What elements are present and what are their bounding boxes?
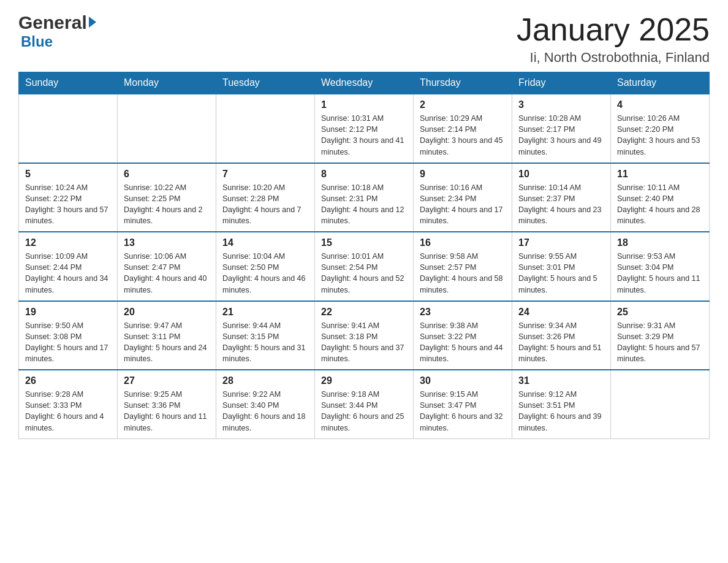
day-number: 2 xyxy=(420,99,506,110)
day-cell-11: 11Sunrise: 10:11 AM Sunset: 2:40 PM Dayl… xyxy=(611,163,710,232)
empty-cell xyxy=(611,370,710,439)
day-cell-31: 31Sunrise: 9:12 AM Sunset: 3:51 PM Dayli… xyxy=(512,370,611,439)
day-info: Sunrise: 10:26 AM Sunset: 2:20 PM Daylig… xyxy=(617,113,703,158)
weekday-header-friday: Friday xyxy=(512,72,611,94)
empty-cell xyxy=(118,94,216,163)
weekday-header-thursday: Thursday xyxy=(414,72,512,94)
day-number: 4 xyxy=(617,99,703,110)
logo-arrow-icon xyxy=(89,17,96,28)
empty-cell xyxy=(216,94,315,163)
day-info: Sunrise: 10:28 AM Sunset: 2:17 PM Daylig… xyxy=(518,113,604,158)
day-cell-17: 17Sunrise: 9:55 AM Sunset: 3:01 PM Dayli… xyxy=(512,232,611,301)
day-number: 1 xyxy=(321,99,407,110)
day-cell-25: 25Sunrise: 9:31 AM Sunset: 3:29 PM Dayli… xyxy=(611,301,710,370)
day-number: 10 xyxy=(518,169,604,180)
day-number: 18 xyxy=(617,237,703,248)
day-cell-27: 27Sunrise: 9:25 AM Sunset: 3:36 PM Dayli… xyxy=(118,370,216,439)
location-title: Ii, North Ostrobothnia, Finland xyxy=(517,50,710,66)
day-info: Sunrise: 10:01 AM Sunset: 2:54 PM Daylig… xyxy=(321,251,407,296)
day-info: Sunrise: 10:14 AM Sunset: 2:37 PM Daylig… xyxy=(518,182,604,227)
day-number: 19 xyxy=(25,307,111,318)
day-number: 29 xyxy=(321,375,407,386)
day-number: 31 xyxy=(518,375,604,386)
day-cell-23: 23Sunrise: 9:38 AM Sunset: 3:22 PM Dayli… xyxy=(414,301,512,370)
day-cell-1: 1Sunrise: 10:31 AM Sunset: 2:12 PM Dayli… xyxy=(315,94,414,163)
weekday-header-wednesday: Wednesday xyxy=(315,72,414,94)
day-number: 12 xyxy=(25,237,111,248)
day-cell-30: 30Sunrise: 9:15 AM Sunset: 3:47 PM Dayli… xyxy=(414,370,512,439)
day-cell-16: 16Sunrise: 9:58 AM Sunset: 2:57 PM Dayli… xyxy=(414,232,512,301)
day-number: 3 xyxy=(518,99,604,110)
day-cell-14: 14Sunrise: 10:04 AM Sunset: 2:50 PM Dayl… xyxy=(216,232,315,301)
page-header: General Blue January 2025 Ii, North Ostr… xyxy=(18,12,710,66)
empty-cell xyxy=(19,94,118,163)
day-number: 28 xyxy=(222,375,308,386)
day-number: 5 xyxy=(25,169,111,180)
day-info: Sunrise: 9:22 AM Sunset: 3:40 PM Dayligh… xyxy=(222,389,308,434)
day-info: Sunrise: 9:44 AM Sunset: 3:15 PM Dayligh… xyxy=(222,320,308,365)
logo: General Blue xyxy=(18,12,96,50)
day-cell-6: 6Sunrise: 10:22 AM Sunset: 2:25 PM Dayli… xyxy=(118,163,216,232)
day-number: 30 xyxy=(420,375,506,386)
day-cell-20: 20Sunrise: 9:47 AM Sunset: 3:11 PM Dayli… xyxy=(118,301,216,370)
day-number: 24 xyxy=(518,307,604,318)
day-info: Sunrise: 10:16 AM Sunset: 2:34 PM Daylig… xyxy=(420,182,506,227)
day-info: Sunrise: 9:31 AM Sunset: 3:29 PM Dayligh… xyxy=(617,320,703,365)
logo-general-text: General xyxy=(18,12,87,33)
day-cell-12: 12Sunrise: 10:09 AM Sunset: 2:44 PM Dayl… xyxy=(19,232,118,301)
title-block: January 2025 Ii, North Ostrobothnia, Fin… xyxy=(517,12,710,66)
logo-line: General xyxy=(18,12,96,33)
day-info: Sunrise: 9:55 AM Sunset: 3:01 PM Dayligh… xyxy=(518,251,604,296)
day-cell-29: 29Sunrise: 9:18 AM Sunset: 3:44 PM Dayli… xyxy=(315,370,414,439)
day-info: Sunrise: 9:12 AM Sunset: 3:51 PM Dayligh… xyxy=(518,389,604,434)
day-info: Sunrise: 9:25 AM Sunset: 3:36 PM Dayligh… xyxy=(124,389,210,434)
day-number: 22 xyxy=(321,307,407,318)
day-number: 14 xyxy=(222,237,308,248)
day-number: 8 xyxy=(321,169,407,180)
day-number: 16 xyxy=(420,237,506,248)
day-cell-8: 8Sunrise: 10:18 AM Sunset: 2:31 PM Dayli… xyxy=(315,163,414,232)
day-number: 15 xyxy=(321,237,407,248)
day-cell-21: 21Sunrise: 9:44 AM Sunset: 3:15 PM Dayli… xyxy=(216,301,315,370)
week-row-3: 12Sunrise: 10:09 AM Sunset: 2:44 PM Dayl… xyxy=(19,232,710,301)
day-info: Sunrise: 9:47 AM Sunset: 3:11 PM Dayligh… xyxy=(124,320,210,365)
day-cell-28: 28Sunrise: 9:22 AM Sunset: 3:40 PM Dayli… xyxy=(216,370,315,439)
day-info: Sunrise: 9:34 AM Sunset: 3:26 PM Dayligh… xyxy=(518,320,604,365)
day-info: Sunrise: 9:58 AM Sunset: 2:57 PM Dayligh… xyxy=(420,251,506,296)
day-cell-24: 24Sunrise: 9:34 AM Sunset: 3:26 PM Dayli… xyxy=(512,301,611,370)
day-cell-5: 5Sunrise: 10:24 AM Sunset: 2:22 PM Dayli… xyxy=(19,163,118,232)
logo-blue-text: Blue xyxy=(21,33,53,50)
week-row-4: 19Sunrise: 9:50 AM Sunset: 3:08 PM Dayli… xyxy=(19,301,710,370)
day-number: 6 xyxy=(124,169,210,180)
day-number: 17 xyxy=(518,237,604,248)
day-info: Sunrise: 10:06 AM Sunset: 2:47 PM Daylig… xyxy=(124,251,210,296)
calendar-table: SundayMondayTuesdayWednesdayThursdayFrid… xyxy=(18,72,710,439)
month-title: January 2025 xyxy=(517,12,710,47)
day-info: Sunrise: 9:50 AM Sunset: 3:08 PM Dayligh… xyxy=(25,320,111,365)
day-info: Sunrise: 9:15 AM Sunset: 3:47 PM Dayligh… xyxy=(420,389,506,434)
day-number: 25 xyxy=(617,307,703,318)
day-cell-19: 19Sunrise: 9:50 AM Sunset: 3:08 PM Dayli… xyxy=(19,301,118,370)
day-cell-2: 2Sunrise: 10:29 AM Sunset: 2:14 PM Dayli… xyxy=(414,94,512,163)
day-cell-3: 3Sunrise: 10:28 AM Sunset: 2:17 PM Dayli… xyxy=(512,94,611,163)
weekday-header-saturday: Saturday xyxy=(611,72,710,94)
weekday-header-monday: Monday xyxy=(118,72,216,94)
day-number: 23 xyxy=(420,307,506,318)
day-info: Sunrise: 9:41 AM Sunset: 3:18 PM Dayligh… xyxy=(321,320,407,365)
day-cell-10: 10Sunrise: 10:14 AM Sunset: 2:37 PM Dayl… xyxy=(512,163,611,232)
day-info: Sunrise: 10:22 AM Sunset: 2:25 PM Daylig… xyxy=(124,182,210,227)
day-info: Sunrise: 10:04 AM Sunset: 2:50 PM Daylig… xyxy=(222,251,308,296)
day-info: Sunrise: 10:11 AM Sunset: 2:40 PM Daylig… xyxy=(617,182,703,227)
day-number: 27 xyxy=(124,375,210,386)
week-row-5: 26Sunrise: 9:28 AM Sunset: 3:33 PM Dayli… xyxy=(19,370,710,439)
day-info: Sunrise: 10:20 AM Sunset: 2:28 PM Daylig… xyxy=(222,182,308,227)
day-info: Sunrise: 9:53 AM Sunset: 3:04 PM Dayligh… xyxy=(617,251,703,296)
weekday-header-tuesday: Tuesday xyxy=(216,72,315,94)
week-row-2: 5Sunrise: 10:24 AM Sunset: 2:22 PM Dayli… xyxy=(19,163,710,232)
day-number: 13 xyxy=(124,237,210,248)
day-info: Sunrise: 9:28 AM Sunset: 3:33 PM Dayligh… xyxy=(25,389,111,434)
day-number: 21 xyxy=(222,307,308,318)
day-info: Sunrise: 10:24 AM Sunset: 2:22 PM Daylig… xyxy=(25,182,111,227)
week-row-1: 1Sunrise: 10:31 AM Sunset: 2:12 PM Dayli… xyxy=(19,94,710,163)
day-number: 26 xyxy=(25,375,111,386)
